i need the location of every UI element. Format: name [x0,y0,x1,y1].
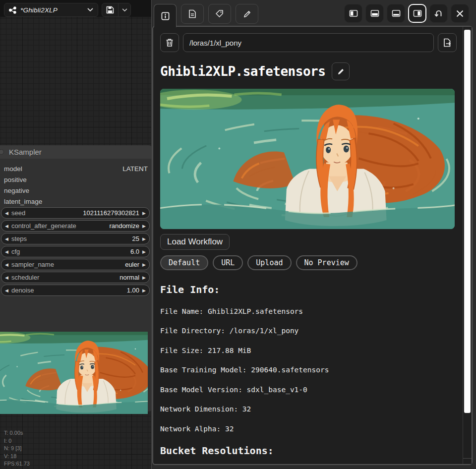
decrement-arrow-icon[interactable]: ◀ [5,262,8,267]
widget-scheduler[interactable]: ◀ scheduler normal ▶ [1,272,150,283]
load-workflow-button[interactable]: Load Workflow [160,234,230,250]
info-file-directory: File Directory: /loras/1/xl_pony [160,327,457,335]
trash-icon [166,38,174,47]
decrement-arrow-icon[interactable]: ◀ [5,236,8,241]
preview-tab-no-preview[interactable]: No Preview [296,255,357,270]
panel-tabs [154,4,258,27]
save-icon [106,6,114,14]
save-controls [102,3,131,17]
export-button[interactable] [438,33,457,52]
delete-button[interactable] [160,33,179,52]
panel-scrollbar[interactable] [463,27,472,464]
model-info-panel: Ghibli2XLP.safetensors Load Workflow Def… [151,0,476,469]
info-base-model-version: Base Model Version: sdxl_base_v1-0 [160,386,457,394]
stat-line: V: 18 [4,453,30,461]
tab-edit[interactable] [236,4,258,24]
info-file-size: File Size: 217.88 MiB [160,347,457,354]
dock-right-button[interactable] [408,4,426,23]
panel-toolbar [152,0,476,28]
dock-bottom-icon [370,9,379,18]
stat-line: N: 9 [3] [4,445,30,453]
increment-arrow-icon[interactable]: ▶ [142,249,146,254]
increment-arrow-icon[interactable]: ▶ [142,262,146,267]
output-slot-latent[interactable]: LATENT [122,165,148,173]
input-slot-positive[interactable]: positive [4,176,27,183]
pencil-icon [243,10,251,18]
scrollbar-thumb[interactable] [464,30,471,413]
model-file-title: Ghibli2XLP.safetensors [160,64,325,79]
close-button[interactable] [451,4,469,23]
decrement-arrow-icon[interactable]: ◀ [5,275,8,280]
node-title-bar[interactable]: KSampler [0,145,153,159]
increment-arrow-icon[interactable]: ▶ [142,288,146,293]
save-menu-button[interactable] [119,3,130,16]
workflow-selector[interactable]: *Ghibli2XLP [4,3,98,17]
decrement-arrow-icon[interactable]: ◀ [5,288,8,293]
input-slot-latent-image[interactable]: latent_image [4,198,42,205]
increment-arrow-icon[interactable]: ▶ [142,224,146,229]
model-preview-image [160,89,455,229]
node-collapse-dot[interactable] [0,149,4,155]
widget-seed[interactable]: ◀ seed 1021116279302821 ▶ [1,207,150,219]
dock-bottom-small-button[interactable] [387,4,405,23]
widget-denoise[interactable]: ◀ denoise 1.00 ▶ [1,285,150,296]
dock-bottom-button[interactable] [365,4,384,23]
rename-button[interactable] [332,62,350,80]
pencil-icon [337,68,345,75]
info-network-alpha: Network Alpha: 32 [160,425,457,433]
close-icon [456,10,464,17]
info-network-dimension: Network Dimension: 32 [160,405,457,413]
widget-sampler-name[interactable]: ◀ sampler_name euler ▶ [1,259,150,270]
increment-arrow-icon[interactable]: ▶ [142,236,146,241]
dock-left-button[interactable] [344,4,362,23]
refresh-button[interactable] [429,4,448,23]
info-file-name: File Name: Ghibli2XLP.safetensors [160,307,457,315]
preview-tab-upload[interactable]: Upload [247,255,291,270]
workflow-name: *Ghibli2XLP [20,6,83,14]
file-export-icon [443,38,452,47]
node-title: KSampler [9,148,42,156]
curved-arrow-icon [434,9,443,18]
decrement-arrow-icon[interactable]: ◀ [5,249,8,254]
panel-content: Ghibli2XLP.safetensors Load Workflow Def… [152,26,473,465]
directory-path-input[interactable] [183,33,434,52]
increment-arrow-icon[interactable]: ▶ [142,211,146,216]
input-slot-model[interactable]: model [4,165,22,173]
panel-window-buttons [344,4,469,23]
decrement-arrow-icon[interactable]: ◀ [5,224,8,229]
tab-document[interactable] [181,4,204,24]
file-info-heading: File Info: [160,284,457,295]
node-body: model positive negative latent_image LAT… [0,159,153,411]
info-icon [161,12,170,20]
title-row: Ghibli2XLP.safetensors [160,62,457,80]
path-row [160,33,457,52]
tab-info[interactable] [154,4,177,27]
dock-right-icon [413,9,422,18]
preview-tab-default[interactable]: Default [160,255,208,270]
node-preview-image [0,332,148,414]
ksampler-node[interactable]: KSampler model positive negative latent_… [0,145,153,411]
stat-line: FPS:61.73 [4,460,30,468]
dock-bottom-small-icon [392,9,401,18]
decrement-arrow-icon[interactable]: ◀ [5,211,8,216]
app-root: *Ghibli2XLP KSampler mod [0,0,476,469]
document-icon [188,9,196,18]
stat-line: T: 0.00s [4,429,30,437]
tag-icon [215,9,224,18]
preview-tab-url[interactable]: URL [213,255,243,270]
chevron-down-icon [87,8,93,12]
widget-cfg[interactable]: ◀ cfg 6.0 ▶ [1,246,150,257]
preview-source-tabs: Default URL Upload No Preview [160,255,457,270]
increment-arrow-icon[interactable]: ▶ [142,275,146,280]
save-button[interactable] [102,3,119,16]
widget-control-after-generate[interactable]: ◀ control_after_generate randomize ▶ [1,220,150,232]
dock-left-icon [349,9,358,18]
chevron-down-icon [122,8,127,12]
bucket-resolutions-heading: Bucket Resolutions: [160,445,457,457]
tab-tags[interactable] [208,4,231,24]
share-icon [9,6,16,14]
input-slot-negative[interactable]: negative [4,187,29,194]
widget-steps[interactable]: ◀ steps 25 ▶ [1,233,150,244]
info-base-training-model: Base Training Model: 290640.safetensors [160,366,457,374]
canvas-stats: T: 0.00s I: 0 N: 9 [3] V: 18 FPS:61.73 [4,429,30,468]
